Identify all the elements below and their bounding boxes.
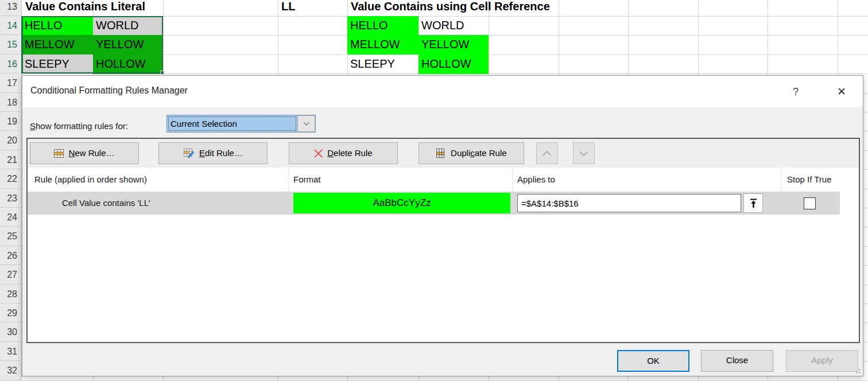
grid-cell-E14[interactable]: HELLO [347,16,418,36]
dialog-titlebar[interactable]: Conditional Formatting Rules Manager ? ✕ [22,76,863,107]
apply-button-disabled: Apply [786,350,858,372]
column-separator [289,168,289,192]
rules-list-container: New Rule… Edit Rule… Delete Rule Duplica… [26,138,860,343]
column-header-format: Format [293,168,321,192]
move-rule-up-button[interactable] [536,142,558,164]
row-header-26[interactable]: 26 [0,246,22,265]
section-title-criteria: LL [281,0,295,16]
dropdown-arrow-button[interactable] [297,115,315,132]
rule-row-selected[interactable]: Cell Value contains 'LL' AaBbCcYyZz [28,192,840,215]
selection-range-border [22,16,163,73]
row-header-27[interactable]: 27 [0,265,22,284]
row-header-column: 1314151617181920212223242526272829303132 [0,0,22,381]
rules-toolbar: New Rule… Edit Rule… Delete Rule Duplica… [28,139,859,168]
row-header-29[interactable]: 29 [0,304,22,322]
column-header-stop-if-true: Stop If True [787,168,832,192]
row-header-22[interactable]: 22 [0,169,22,188]
move-rule-down-button[interactable] [573,142,595,164]
row-header-25[interactable]: 25 [0,227,22,246]
row-header-19[interactable]: 19 [0,112,22,131]
rule-description: Cell Value contains 'LL' [62,192,150,215]
show-rules-label: Show formatting rules for: [30,121,128,131]
grid-cell-F16[interactable]: HOLLOW [418,55,489,74]
new-rule-button[interactable]: New Rule… [30,142,139,164]
resize-grip[interactable] [854,367,861,374]
rules-list-header: Rule (applied in order shown) Format App… [28,168,859,192]
row-header-16[interactable]: 16 [0,55,22,73]
stop-if-true-checkbox[interactable] [804,197,816,209]
row-header-13[interactable]: 13 [0,0,22,16]
delete-x-icon [314,145,323,165]
fill-handle[interactable] [160,71,164,75]
row-header-32[interactable]: 32 [0,361,22,380]
row-header-15[interactable]: 15 [0,35,22,54]
row-header-20[interactable]: 20 [0,131,22,150]
chevron-down-icon [303,122,310,126]
new-rule-grid-icon [54,145,64,165]
column-separator [781,168,781,192]
applies-to-input[interactable] [517,194,741,212]
row-header-14[interactable]: 14 [0,16,22,35]
dialog-footer: OK Close Apply [22,342,863,376]
row-header-28[interactable]: 28 [0,285,22,304]
chevron-up-icon [542,151,552,156]
column-header-rule: Rule (applied in order shown) [34,168,147,192]
grid-cell-F15[interactable]: YELLOW [418,35,489,55]
row-header-30[interactable]: 30 [0,322,22,341]
collapse-dialog-button[interactable] [743,193,763,213]
row-header-17[interactable]: 17 [0,73,22,92]
row-header-23[interactable]: 23 [0,189,22,208]
row-header-24[interactable]: 24 [0,208,22,227]
row-header-31[interactable]: 31 [0,342,22,361]
row-header-21[interactable]: 21 [0,150,22,169]
grid-cell-F14[interactable]: WORLD [418,16,489,36]
range-select-arrow-icon [749,199,758,208]
column-header-applies-to: Applies to [517,168,555,192]
duplicate-rule-button[interactable]: Duplicate Rule [418,142,524,164]
duplicate-rule-grid-icon [436,145,446,165]
show-rules-dropdown[interactable]: Current Selection [166,115,316,133]
row-header-18[interactable]: 18 [0,93,22,112]
close-button[interactable]: Close [701,350,773,372]
chevron-down-icon [579,151,588,156]
column-separator [513,168,513,192]
grid-cell-E15[interactable]: MELLOW [347,35,418,55]
section-title-cell-reference: Value Contains using Cell Reference [351,0,550,16]
grid-cell-E16[interactable]: SLEEPY [347,55,418,74]
format-preview-swatch: AaBbCcYyZz [293,193,510,213]
gridline-horizontal [22,380,868,381]
edit-rule-pencil-icon [184,145,195,165]
ok-button[interactable]: OK [617,350,689,372]
edit-rule-button[interactable]: Edit Rule… [158,142,268,164]
section-title-literal: Value Contains Literal [25,0,145,16]
close-icon[interactable]: ✕ [833,84,850,100]
conditional-formatting-rules-manager-dialog: Conditional Formatting Rules Manager ? ✕… [22,75,863,376]
dialog-title: Conditional Formatting Rules Manager [30,85,188,96]
delete-rule-button[interactable]: Delete Rule [289,142,398,164]
help-icon[interactable]: ? [787,84,804,100]
dropdown-selected-value: Current Selection [168,116,297,131]
